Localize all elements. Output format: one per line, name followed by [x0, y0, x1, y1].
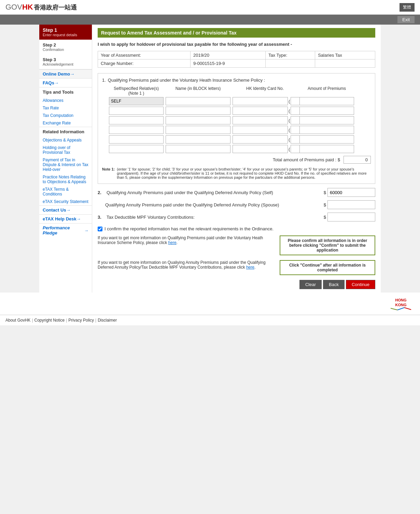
- premium-input-4[interactable]: [299, 126, 354, 134]
- sidebar-etax-help[interactable]: eTAX Help Desk →: [39, 214, 92, 223]
- step1-sub: Enter request details: [43, 33, 88, 37]
- relative-input-4[interactable]: [109, 126, 164, 134]
- footer-copyright[interactable]: Copyright Notice: [34, 318, 65, 323]
- section2-self-input[interactable]: [327, 188, 375, 197]
- sidebar-allowances[interactable]: Allowances: [39, 97, 92, 104]
- lang-button[interactable]: 繁體: [400, 3, 415, 12]
- clear-button[interactable]: Clear: [299, 280, 322, 289]
- step3-label: Step 3: [43, 57, 88, 62]
- total-line: Total amount of Premiums paid : $ 0: [102, 156, 371, 164]
- id-main-1[interactable]: [233, 97, 288, 105]
- form-row-6: (): [109, 145, 371, 153]
- section1-number: 1.: [102, 78, 106, 83]
- logo-hk: HK: [22, 3, 33, 12]
- col4-header: Amount of Premiums: [299, 86, 354, 96]
- name-input-1[interactable]: [166, 97, 230, 105]
- premium-input-5[interactable]: [299, 135, 354, 144]
- note1-text: (enter '1' for spouse; '2' for child; '3…: [117, 167, 371, 179]
- footer-disclaimer[interactable]: Disclaimer: [98, 318, 117, 323]
- back-button[interactable]: Back: [323, 280, 345, 289]
- info-para-2-wrap: If you want to get more information on Q…: [98, 260, 276, 272]
- section3-number: 3.: [98, 215, 103, 220]
- sidebar-related-info: Related Information: [39, 127, 92, 136]
- info-para-1-wrap: If you want to get more information on Q…: [98, 235, 276, 248]
- section2-self-label: Qualifying Annuity Premiums paid under t…: [107, 190, 320, 195]
- btn-row: Clear Back Continue: [98, 280, 375, 289]
- sidebar-performance-pledge[interactable]: Performance Pledge →: [39, 223, 92, 237]
- premium-input-3[interactable]: [299, 116, 354, 124]
- section2-number: 2.: [98, 190, 103, 195]
- svg-line-3: [397, 308, 404, 310]
- form-row-1: ( ): [109, 97, 371, 105]
- step2-item: Step 2 Confirmation: [39, 40, 92, 54]
- name-input-4[interactable]: [166, 126, 230, 134]
- info-table: Year of Assessment: 2019/20 Tax Type: Sa…: [98, 51, 375, 68]
- name-input-2[interactable]: [166, 107, 230, 115]
- name-input-3[interactable]: [166, 116, 230, 124]
- sidebar-etax-terms[interactable]: eTAX Terms & Conditions: [39, 186, 92, 198]
- id-main-6[interactable]: [233, 145, 288, 153]
- id-main-2[interactable]: [233, 107, 288, 115]
- name-input-5[interactable]: [166, 135, 230, 144]
- section2-spouse-input[interactable]: [327, 200, 375, 209]
- logo-gov: GOV: [5, 3, 22, 12]
- sidebar-holding-over[interactable]: Holding over of Provisional Tax: [39, 144, 92, 156]
- logo-chinese: 香港政府一站通: [34, 3, 77, 12]
- relative-input-5[interactable]: [109, 135, 164, 144]
- sidebar-tax-rate[interactable]: Tax Rate: [39, 104, 92, 112]
- section3-label: Tax Deductible MPF Voluntary Contributio…: [107, 215, 320, 220]
- exit-button[interactable]: Exit: [397, 16, 415, 23]
- section2-spouse-row: Qualifying Annuity Premiums paid under t…: [98, 200, 375, 209]
- relative-input-6[interactable]: [109, 145, 164, 153]
- sidebar-tax-computation[interactable]: Tax Computation: [39, 112, 92, 119]
- confirm-label: I confirm the reported information has m…: [104, 226, 274, 231]
- sidebar-etax-security[interactable]: eTAX Security Statement: [39, 198, 92, 205]
- confirm-checkbox[interactable]: [98, 227, 102, 231]
- sidebar-payment-of-tax[interactable]: Payment of Tax in Dispute & Interest on …: [39, 156, 92, 173]
- premium-input-2[interactable]: [299, 107, 354, 115]
- form-row-2: (): [109, 107, 371, 115]
- form-row-5: (): [109, 135, 371, 144]
- tax-type-label: Tax Type:: [265, 51, 315, 59]
- svg-text:KONG: KONG: [395, 303, 407, 307]
- name-input-6[interactable]: [166, 145, 230, 153]
- step2-sub: Confirmation: [43, 48, 88, 52]
- sidebar-contact-us[interactable]: Contact Us →: [39, 205, 92, 214]
- info-link-1[interactable]: here: [168, 240, 177, 245]
- section3-input[interactable]: [327, 213, 375, 221]
- intro-text: I wish to apply for holdover of provisio…: [98, 42, 375, 47]
- footer-about[interactable]: About GovHK: [5, 318, 30, 323]
- premium-input-1[interactable]: [299, 97, 354, 105]
- sidebar-objections[interactable]: Objections & Appeals: [39, 136, 92, 144]
- tooltip-box-2: Click "Continue" after all information i…: [280, 260, 375, 275]
- sidebar-exchange-rate[interactable]: Exchange Rate: [39, 119, 92, 127]
- col3-header: HK Identity Card No.: [233, 86, 297, 96]
- section3-row: 3. Tax Deductible MPF Voluntary Contribu…: [98, 213, 375, 221]
- relative-input-1[interactable]: [109, 97, 164, 105]
- id-main-5[interactable]: [233, 135, 288, 144]
- sidebar-faqs[interactable]: FAQs →: [39, 78, 92, 87]
- footer-privacy[interactable]: Privacy Policy: [68, 318, 94, 323]
- arrow-icon: →: [70, 71, 74, 77]
- info-link-2[interactable]: here: [246, 265, 254, 270]
- sidebar-online-demo[interactable]: Online Demo →: [39, 69, 92, 78]
- sidebar-practice-notes[interactable]: Practice Notes Relating to Objections & …: [39, 173, 92, 186]
- charge-value: 9-0001515-19-9: [191, 59, 266, 68]
- section2: 2. Qualifying Annuity Premiums paid unde…: [98, 188, 375, 209]
- confirm-row: I confirm the reported information has m…: [98, 226, 375, 231]
- premium-input-6[interactable]: [299, 145, 354, 153]
- relative-input-3[interactable]: [109, 116, 164, 124]
- note1-box: Note 1: (enter '1' for spouse; '2' for c…: [102, 167, 371, 179]
- relative-input-2[interactable]: [109, 107, 164, 115]
- section2-spouse-label: Qualifying Annuity Premiums paid under t…: [105, 202, 320, 207]
- info-para-2: If you want to get more information on Q…: [98, 260, 276, 270]
- col1-header: Self/specified Relative(s) (Note 1 ): [109, 86, 164, 96]
- id-main-3[interactable]: [233, 116, 288, 124]
- arrow-icon: →: [76, 216, 81, 221]
- section2-self-input-wrap: $: [324, 188, 375, 197]
- continue-button[interactable]: Continue: [346, 280, 375, 289]
- footer: About GovHK | Copyright Notice | Privacy…: [0, 315, 420, 325]
- id-main-4[interactable]: [233, 126, 288, 134]
- svg-text:HONG: HONG: [395, 298, 407, 302]
- step1-item: Step 1 Enter request details: [39, 25, 92, 40]
